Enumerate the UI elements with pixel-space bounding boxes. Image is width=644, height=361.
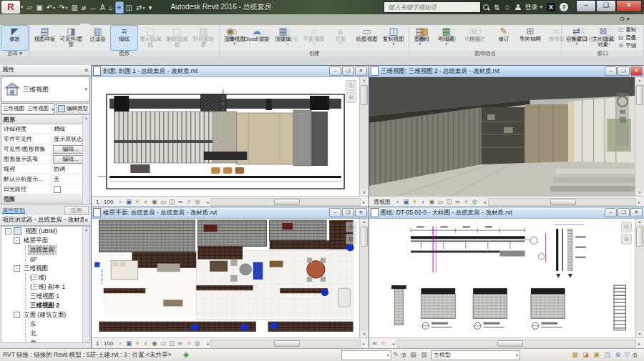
collapse-icon[interactable]: -: [5, 228, 11, 234]
scroll-left-arrow[interactable]: ◂: [204, 199, 210, 204]
properties-help-link[interactable]: 属性帮助: [2, 207, 25, 214]
minimize-button[interactable]: –: [329, 66, 341, 76]
view-scale-button[interactable]: 1 : 100: [93, 340, 116, 347]
help-icon[interactable]: ?: [560, 3, 568, 11]
restore-button[interactable]: ❏: [618, 66, 630, 76]
editing-requests-icon[interactable]: ✎: [391, 350, 401, 360]
property-group-header[interactable]: 图形 ˆ: [1, 115, 89, 124]
ribbon-cycle-arrow-icon[interactable]: ▾: [627, 16, 630, 22]
favorites-star-icon[interactable]: ☆: [504, 4, 511, 11]
property-row[interactable]: 规程 协调: [1, 164, 89, 174]
zoom-control-icon[interactable]: ⊕: [346, 234, 356, 244]
scroll-down-arrow[interactable]: ▾: [635, 189, 644, 196]
minimize-button[interactable]: –: [605, 66, 617, 76]
drawing-area-section[interactable]: ◎ ⊕: [92, 77, 359, 196]
property-group-header[interactable]: 范围 ˆ: [1, 194, 89, 204]
revit-application-menu-button[interactable]: R: [1, 1, 20, 14]
browser-view-item[interactable]: 总统套房: [26, 245, 89, 254]
scroll-down-arrow[interactable]: ▾: [635, 331, 644, 337]
communication-center-icon[interactable]: ⇅: [494, 4, 499, 11]
property-row[interactable]: 裁剪视图: [1, 204, 89, 205]
zoom-control-icon[interactable]: ⊕: [346, 92, 356, 103]
properties-palette-header[interactable]: 属性 ✕: [0, 65, 91, 76]
minimize-button[interactable]: –: [329, 208, 341, 217]
scroll-up-arrow[interactable]: ▴: [635, 219, 644, 225]
restore-button[interactable]: ❏: [342, 66, 354, 76]
restore-button[interactable]: ❏: [596, 0, 616, 12]
browser-view-item[interactable]: 三维视图 2: [26, 301, 89, 310]
edit-type-button[interactable]: 编辑类型: [56, 103, 90, 114]
close-button[interactable]: ✕: [355, 208, 367, 217]
collapse-icon[interactable]: -: [14, 312, 20, 318]
browser-category[interactable]: - 立面 (建筑立面): [1, 310, 89, 320]
scroll-down-arrow[interactable]: ▾: [360, 189, 369, 196]
drawing-area-plan[interactable]: ◎ ⊕: [92, 219, 359, 337]
steering-wheel-icon[interactable]: ◎: [621, 222, 632, 232]
type-selector[interactable]: 三维视图 ▾: [1, 76, 90, 102]
scroll-down-arrow[interactable]: ▾: [360, 331, 369, 337]
vertical-scrollbar[interactable]: ▴▾: [635, 219, 644, 337]
horizontal-scrollbar[interactable]: [488, 198, 636, 206]
viewport-title-bar[interactable]: 三维视图: 三维视图 2 - 总统套房 - 改材质.rvt –❏✕: [369, 66, 644, 77]
horizontal-scrollbar[interactable]: [210, 198, 361, 206]
steering-wheel-icon[interactable]: [617, 96, 628, 107]
scroll-up-arrow[interactable]: ▴: [635, 77, 644, 84]
minimize-button[interactable]: –: [605, 208, 617, 217]
browser-view-item[interactable]: 南: [26, 338, 89, 343]
scroll-left-arrow[interactable]: ◂: [390, 341, 396, 346]
perspective-label[interactable]: 透视图: [371, 198, 394, 206]
vertical-scrollbar[interactable]: ▴▾: [635, 77, 644, 196]
browser-view-item[interactable]: (三维) 副本 1: [26, 282, 89, 292]
project-browser-header[interactable]: 项目浏览器 - 总统套房 - 改材质.rvt ✕: [0, 215, 91, 226]
drawing-area-sheet[interactable]: ◎ ⊕: [369, 219, 635, 337]
view-scale-button[interactable]: 1 : 100: [93, 199, 116, 205]
close-button[interactable]: ✕: [630, 208, 643, 217]
restore-button[interactable]: ❏: [342, 208, 354, 217]
browser-scrollbar[interactable]: ▴: [82, 227, 89, 342]
apply-button[interactable]: 应用: [64, 206, 89, 215]
vertical-scrollbar[interactable]: ▴▾: [359, 77, 369, 196]
minimize-button[interactable]: –: [576, 0, 596, 12]
scroll-right-arrow[interactable]: ▸: [361, 341, 367, 346]
active-workset-dropdown[interactable]: ▾: [341, 350, 391, 360]
scroll-up-arrow[interactable]: ▴: [360, 219, 369, 225]
property-row[interactable]: 日光路径: [1, 184, 89, 194]
search-icon[interactable]: [483, 4, 489, 11]
instance-selector-dropdown[interactable]: 三维视图: 三维视图 : ▾: [1, 103, 54, 114]
scroll-up-arrow[interactable]: ▴: [360, 77, 369, 84]
close-button[interactable]: ✕: [630, 66, 643, 76]
browser-category[interactable]: - 楼层平面: [1, 236, 89, 245]
close-icon[interactable]: ✕: [84, 217, 89, 224]
zoom-control-icon[interactable]: ⊕: [621, 234, 632, 244]
filter-icon[interactable]: ▽: [623, 350, 632, 360]
browser-category[interactable]: - 三维视图: [1, 264, 89, 273]
checkbox[interactable]: [54, 205, 61, 206]
close-button[interactable]: ✕: [616, 0, 642, 12]
properties-scrollbar[interactable]: ▴: [82, 115, 89, 204]
property-row[interactable]: 图形显示选项 编辑...: [1, 154, 89, 164]
exchange-apps-icon[interactable]: X: [547, 3, 555, 11]
design-options-dropdown[interactable]: 主模型 ▾: [431, 350, 520, 360]
property-row[interactable]: 默认分析显示... 无: [1, 174, 89, 184]
property-value[interactable]: 无: [52, 175, 59, 183]
collapse-icon[interactable]: -: [14, 237, 20, 244]
collapse-icon[interactable]: -: [14, 265, 20, 272]
property-value[interactable]: 协调: [52, 165, 65, 173]
scroll-right-arrow[interactable]: ▸: [636, 199, 643, 204]
zoom-control-icon[interactable]: [620, 110, 625, 114]
browser-view-item[interactable]: 东: [26, 320, 89, 329]
horizontal-scrollbar[interactable]: [396, 340, 636, 347]
close-icon[interactable]: ✕: [84, 67, 89, 74]
property-row[interactable]: 详细程度 精细: [1, 124, 89, 134]
signin-dropdown-icon[interactable]: ▾: [540, 4, 542, 10]
pan-icon[interactable]: [620, 117, 626, 123]
scroll-right-arrow[interactable]: ▸: [361, 199, 367, 204]
property-value[interactable]: 精细: [52, 125, 65, 133]
search-input[interactable]: [386, 3, 478, 11]
steering-wheel-icon[interactable]: ◎: [346, 80, 356, 91]
horizontal-scrollbar[interactable]: [210, 340, 361, 347]
checkbox[interactable]: [54, 186, 61, 193]
browser-view-item[interactable]: 北: [26, 329, 89, 338]
vertical-scrollbar[interactable]: ▴▾: [359, 219, 369, 337]
property-row[interactable]: 零件可见性 显示原状态: [1, 134, 89, 144]
